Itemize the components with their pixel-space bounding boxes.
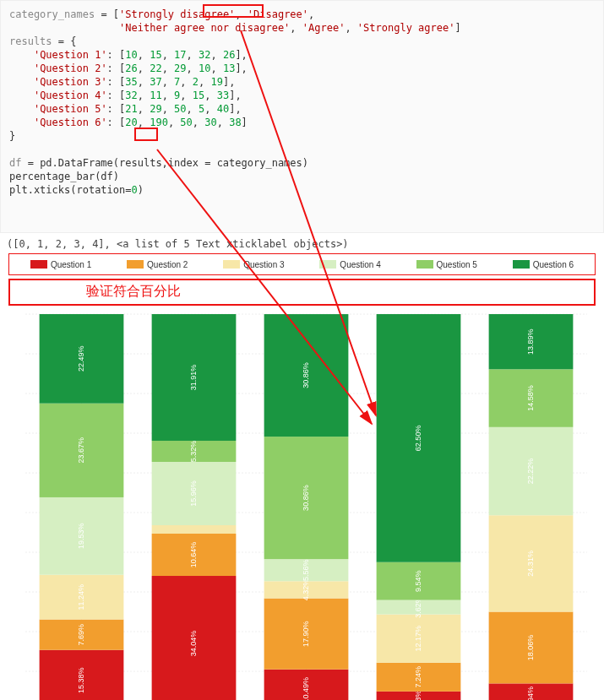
code-cell: category_names = ['Strongly disagree', '… xyxy=(0,0,604,233)
legend-item: Question 6 xyxy=(513,259,574,269)
legend-swatch xyxy=(223,260,240,269)
bar-label: 5.32% xyxy=(189,441,198,463)
bar-label: 62.50% xyxy=(414,426,422,452)
plot-area: 15.38%7.69%11.24%19.53%23.67%22.49%Stron… xyxy=(8,309,596,700)
legend-swatch xyxy=(416,260,433,269)
legend-item: Question 5 xyxy=(416,259,477,269)
legend-label: Question 3 xyxy=(243,260,284,269)
bar-label: 31.91% xyxy=(189,365,198,391)
bar-label: 4.93% xyxy=(414,691,422,700)
annotation-text: 验证符合百分比 xyxy=(86,283,181,301)
highlight-190 xyxy=(134,128,158,141)
legend: Question 1Question 2Question 3Question 4… xyxy=(8,253,596,275)
bar-segment xyxy=(152,525,237,534)
cell-output: ([0, 1, 2, 3, 4], <a list of 5 Text xtic… xyxy=(7,238,604,250)
legend-swatch xyxy=(30,260,47,269)
bar-label: 5.56% xyxy=(302,559,310,581)
bar-label: 11.24% xyxy=(77,584,85,610)
bar-label: 14.58% xyxy=(526,385,535,411)
legend-item: Question 2 xyxy=(127,259,188,269)
bar-label: 12.17% xyxy=(414,626,422,652)
legend-swatch xyxy=(127,260,144,269)
bar-label: 30.86% xyxy=(302,485,310,511)
bar-label: 30.86% xyxy=(302,362,310,388)
legend-item: Question 1 xyxy=(30,259,91,269)
bar-label: 10.49% xyxy=(302,677,310,700)
chart: Question 1Question 2Question 3Question 4… xyxy=(5,253,599,700)
bar-label: 7.24% xyxy=(414,666,422,688)
bar-label: 19.53% xyxy=(77,524,85,550)
bar-label: 34.04% xyxy=(189,631,198,657)
bar-label: 17.90% xyxy=(302,621,310,647)
bar-label: 7.69% xyxy=(77,624,85,646)
bar-label: 22.22% xyxy=(526,459,535,485)
bar-label: 18.06% xyxy=(526,635,535,661)
legend-item: Question 4 xyxy=(319,259,380,269)
stacked-bar-svg: 15.38%7.69%11.24%19.53%23.67%22.49%Stron… xyxy=(8,309,596,700)
legend-item: Question 3 xyxy=(223,259,284,269)
legend-label: Question 6 xyxy=(533,260,574,269)
bar-label: 15.38% xyxy=(77,668,85,694)
code-text: category_names = ['Strongly disagree', '… xyxy=(9,8,461,196)
bar-label: 22.49% xyxy=(77,346,85,372)
bar-label: 23.67% xyxy=(77,437,85,464)
bar-label: 15.96% xyxy=(189,480,198,507)
legend-label: Question 1 xyxy=(51,260,91,269)
bar-label: 4.32% xyxy=(302,579,310,601)
legend-swatch xyxy=(513,260,530,269)
legend-label: Question 4 xyxy=(340,260,380,269)
bar-label: 24.31% xyxy=(526,551,535,577)
legend-label: Question 5 xyxy=(437,260,477,269)
legend-label: Question 2 xyxy=(147,260,188,269)
bar-label: 6.94% xyxy=(526,686,535,700)
bar-label: 13.89% xyxy=(526,328,535,355)
legend-swatch xyxy=(319,260,336,269)
annotation-box: 验证符合百分比 xyxy=(8,279,596,306)
bar-label: 10.64% xyxy=(189,542,198,568)
bar-label: 9.54% xyxy=(414,570,422,592)
